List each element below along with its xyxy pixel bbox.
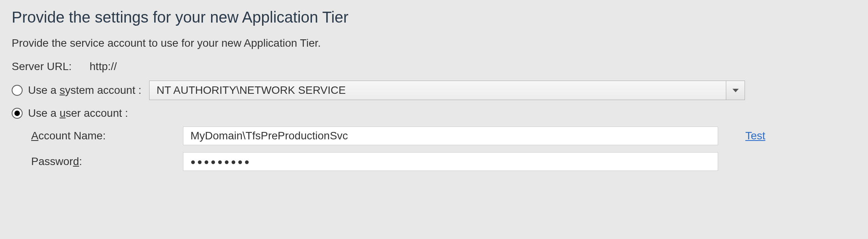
password-input[interactable]: ●●●●●●●●● (183, 152, 718, 171)
system-account-value: NT AUTHORITY\NETWORK SERVICE (150, 84, 726, 97)
password-label: Password: (12, 155, 183, 168)
chevron-down-icon (732, 89, 739, 92)
test-link[interactable]: Test (745, 130, 765, 142)
account-name-label: Account Name: (12, 130, 183, 142)
server-url-row: Server URL: http:// (12, 60, 856, 73)
system-account-dropdown[interactable]: NT AUTHORITY\NETWORK SERVICE (149, 81, 745, 100)
account-name-input[interactable] (183, 127, 718, 145)
system-account-row: Use a system account : NT AUTHORITY\NETW… (12, 81, 856, 100)
user-account-radio[interactable] (12, 108, 23, 119)
user-account-label[interactable]: Use a user account : (28, 107, 128, 120)
account-name-row: Account Name: Test (12, 127, 856, 145)
system-account-label[interactable]: Use a system account : (28, 84, 141, 97)
server-url-label: Server URL: (12, 60, 72, 73)
user-account-row: Use a user account : (12, 107, 856, 120)
system-account-radio[interactable] (12, 85, 23, 96)
server-url-value: http:// (90, 60, 117, 73)
dropdown-button[interactable] (726, 81, 745, 100)
password-row: Password: ●●●●●●●●● (12, 152, 856, 171)
page-title: Provide the settings for your new Applic… (12, 9, 856, 26)
page-subtitle: Provide the service account to use for y… (12, 37, 856, 49)
